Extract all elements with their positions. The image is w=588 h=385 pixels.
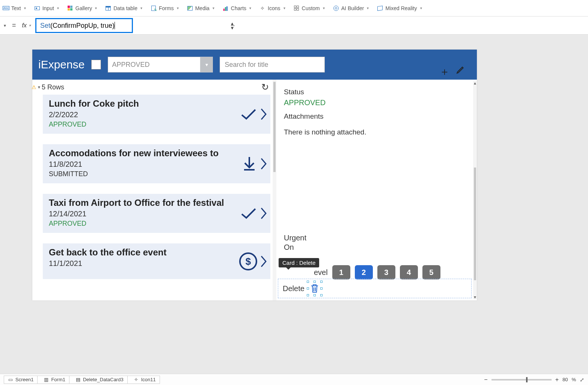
edit-button[interactable] bbox=[456, 65, 466, 79]
chevron-down-icon: ▾ bbox=[213, 6, 214, 10]
status-value: APPROVED bbox=[284, 98, 471, 107]
fx-label[interactable]: fx▾ bbox=[21, 22, 32, 29]
split-handle[interactable]: ▴─▾ bbox=[231, 22, 235, 29]
urgent-label: Urgent bbox=[284, 234, 306, 242]
warning-icon: ⚠ bbox=[32, 84, 36, 90]
refresh-icon[interactable]: ↻ bbox=[261, 82, 269, 92]
detail-pane: Status APPROVED Attachments There is not… bbox=[276, 80, 477, 300]
status-bar: ▭ Screen1 ▥ Form1 ▤ Delete_DataCard3 ✧ I… bbox=[0, 374, 588, 385]
text-icon: Abc bbox=[3, 5, 9, 11]
input-icon bbox=[34, 5, 40, 11]
ribbon-label: Text bbox=[11, 5, 21, 11]
app-body: ＋ ⚠ ▾ 5 Rows ↻ Lunch for Coke bbox=[32, 80, 477, 300]
level-button-3[interactable]: 3 bbox=[377, 265, 395, 279]
ribbon-label: Charts bbox=[231, 5, 246, 11]
level-label: evel bbox=[314, 268, 328, 277]
ribbon-label: Forms bbox=[159, 5, 174, 11]
item-title: Accomodations for new interviewees to bbox=[49, 148, 264, 159]
delete-label: Delete bbox=[283, 284, 305, 293]
dollar-icon[interactable]: $ bbox=[239, 252, 258, 271]
chevron-down-icon: ▾ bbox=[367, 6, 369, 10]
item-date: 11/1/2021 bbox=[49, 259, 264, 268]
chevron-right-icon[interactable] bbox=[260, 254, 267, 269]
chevron-down-icon: ▾ bbox=[283, 6, 285, 10]
zoom-slider[interactable] bbox=[492, 379, 552, 380]
ribbon-icons[interactable]: ✧ Icons ▾ bbox=[259, 5, 285, 11]
custom-icon bbox=[294, 5, 300, 11]
ribbon-label: Media bbox=[195, 5, 210, 11]
zoom-out-button[interactable]: − bbox=[484, 376, 487, 383]
chevron-right-icon[interactable] bbox=[260, 156, 267, 171]
list-scrollbar[interactable] bbox=[273, 80, 276, 300]
expand-icon[interactable]: ⤢ bbox=[580, 377, 584, 383]
chevron-down-icon: ▾ bbox=[249, 6, 251, 10]
formula-bar: ▾ = fx▾ Set(ConfirmPopUp, true) ▴─▾ bbox=[0, 17, 588, 35]
ribbon-custom[interactable]: Custom ▾ bbox=[294, 5, 325, 11]
item-status: APPROVED bbox=[49, 220, 264, 228]
ribbon-charts[interactable]: Charts ▾ bbox=[223, 5, 251, 11]
ribbon-ai[interactable]: AI Builder ▾ bbox=[333, 5, 369, 11]
attachments-label: Attachments bbox=[284, 112, 471, 121]
ribbon-label: AI Builder bbox=[341, 5, 364, 11]
icons-icon: ✧ bbox=[259, 5, 265, 11]
caret bbox=[115, 22, 115, 29]
screen-icon: ▭ bbox=[8, 377, 13, 382]
list-pane: ⚠ ▾ 5 Rows ↻ Lunch for Coke pitch 2/2/20… bbox=[32, 80, 276, 300]
filter-checkbox[interactable] bbox=[91, 60, 101, 69]
status-label: Status bbox=[284, 88, 471, 96]
level-button-2[interactable]: 2 bbox=[355, 265, 373, 279]
ribbon-label: Custom bbox=[302, 5, 320, 11]
ribbon-text[interactable]: Abc Text ▾ bbox=[3, 5, 26, 11]
list-item[interactable]: Accomodations for new interviewees to 11… bbox=[43, 144, 270, 183]
status-select-value: APPROVED bbox=[112, 61, 149, 69]
mr-icon bbox=[377, 5, 383, 11]
ribbon-gallery[interactable]: Gallery ▾ bbox=[67, 5, 97, 11]
check-icon[interactable] bbox=[240, 107, 258, 122]
ribbon-datatable[interactable]: Data table ▾ bbox=[105, 5, 142, 11]
detail-tools: ＋ bbox=[439, 65, 466, 79]
ribbon-forms[interactable]: Forms ▾ bbox=[151, 5, 179, 11]
check-icon[interactable] bbox=[240, 206, 258, 221]
chevron-down-icon: ▾ bbox=[323, 6, 325, 10]
list-items: Lunch for Coke pitch 2/2/2022 APPROVED A… bbox=[32, 95, 276, 279]
chevron-down-icon: ▾ bbox=[200, 57, 213, 72]
form-icon bbox=[151, 5, 157, 11]
ribbon-input[interactable]: Input ▾ bbox=[34, 5, 59, 11]
crumb-screen[interactable]: ▭ Screen1 bbox=[4, 376, 38, 384]
crumb-datacard[interactable]: ▤ Delete_DataCard3 bbox=[69, 376, 128, 384]
level-button-4[interactable]: 4 bbox=[400, 265, 418, 279]
search-input[interactable]: Search for title bbox=[220, 57, 325, 72]
status-select[interactable]: APPROVED ▾ bbox=[108, 57, 213, 72]
crumb-icon[interactable]: ✧ Icon11 bbox=[128, 376, 160, 384]
chevron-down-icon: ▾ bbox=[177, 6, 179, 10]
zoom-controls: − + 80 % ⤢ bbox=[484, 376, 584, 383]
ribbon-label: Data table bbox=[113, 5, 137, 11]
detail-scrollbar[interactable]: ▴ ▾ bbox=[473, 81, 477, 299]
list-item[interactable]: Get back to the office event 11/1/2021 $ bbox=[43, 243, 270, 279]
ribbon-label: Input bbox=[42, 5, 54, 11]
ribbon-label: Icons bbox=[268, 5, 280, 11]
formula-input[interactable]: Set(ConfirmPopUp, true) bbox=[35, 18, 133, 33]
chart-icon bbox=[223, 5, 229, 11]
crumb-form[interactable]: ▥ Form1 bbox=[38, 376, 69, 384]
chevron-right-icon[interactable] bbox=[260, 206, 267, 221]
add-button[interactable]: ＋ bbox=[439, 65, 450, 79]
urgent-value: On bbox=[284, 243, 306, 252]
list-item[interactable]: Lunch for Coke pitch 2/2/2022 APPROVED bbox=[43, 95, 270, 134]
property-dropdown[interactable]: ▾ bbox=[2, 23, 8, 28]
level-button-1[interactable]: 1 bbox=[332, 265, 350, 279]
formula-args: (ConfirmPopUp, true) bbox=[50, 22, 115, 29]
canvas: iExpense APPROVED ▾ Search for title ＋ bbox=[0, 35, 588, 374]
download-icon[interactable] bbox=[241, 156, 258, 172]
zoom-in-button[interactable]: + bbox=[555, 376, 559, 383]
delete-datacard[interactable]: Delete bbox=[278, 279, 472, 298]
level-button-5[interactable]: 5 bbox=[422, 265, 440, 279]
chevron-right-icon[interactable] bbox=[260, 107, 267, 122]
trash-icon[interactable] bbox=[308, 282, 321, 295]
ribbon-mr[interactable]: Mixed Reality ▾ bbox=[377, 5, 422, 11]
list-item[interactable]: Taxi from Airport to Office for the fest… bbox=[43, 194, 270, 233]
rows-header: ⚠ ▾ 5 Rows ↻ bbox=[32, 80, 276, 95]
chevron-down-icon[interactable]: ▾ bbox=[38, 85, 40, 90]
item-title: Get back to the office event bbox=[49, 247, 264, 258]
ribbon-media[interactable]: Media ▾ bbox=[187, 5, 214, 11]
